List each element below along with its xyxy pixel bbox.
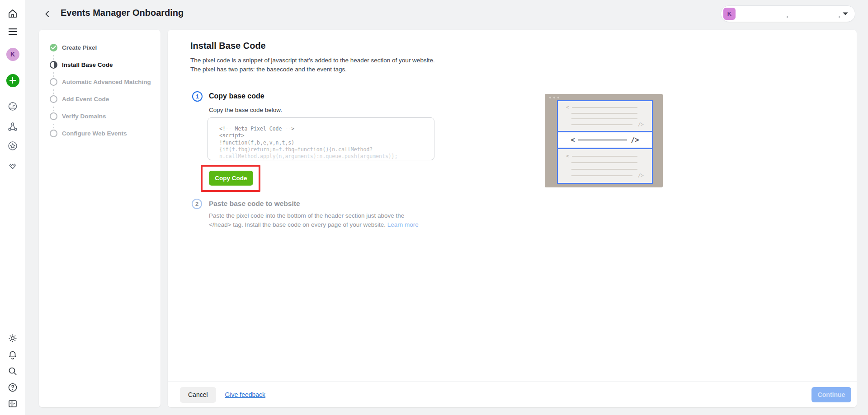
sidebar-step-install-base-code[interactable]: Install Base Code xyxy=(50,61,113,69)
notifications-bell-icon[interactable] xyxy=(5,347,21,363)
help-icon[interactable] xyxy=(5,379,21,396)
sidebar-step-configure-web-events[interactable]: Configure Web Events xyxy=(50,130,127,137)
step-label: Configure Web Events xyxy=(62,130,127,137)
search-icon[interactable] xyxy=(5,363,21,379)
sidebar-step-add-event-code[interactable]: Add Event Code xyxy=(50,95,109,103)
step-in-progress-icon xyxy=(50,61,57,69)
chevron-down-icon xyxy=(842,12,849,16)
description-line: The pixel code is a snippet of javascrip… xyxy=(190,56,435,65)
step-upcoming-icon xyxy=(50,112,57,120)
star-badge-icon[interactable] xyxy=(5,138,21,154)
step-2-description: Paste the pixel code into the bottom of … xyxy=(209,211,419,229)
mockup-page-body: < /> </> < /> xyxy=(557,100,653,184)
account-menu[interactable]: K xyxy=(721,5,855,22)
step-upcoming-icon xyxy=(50,130,57,137)
step-label: Add Event Code xyxy=(62,96,109,103)
code-line: {if(f.fbq)return;n=f.fbq=function(){n.ca… xyxy=(219,146,434,153)
back-button[interactable] xyxy=(42,8,53,20)
handshake-icon[interactable] xyxy=(5,158,21,174)
step-2-line: </head> tag. Install the base code on ev… xyxy=(209,220,419,229)
mockup-content-section: < /> xyxy=(558,149,652,183)
step-label: Automatic Advanced Matching xyxy=(62,79,151,85)
redacted-text-dot xyxy=(787,16,788,18)
code-line: <!-- Meta Pixel Code --> xyxy=(219,126,434,132)
step-1-title: Copy base code xyxy=(209,92,264,100)
step-label: Verify Domains xyxy=(62,113,106,120)
menu-icon[interactable] xyxy=(5,23,21,40)
redacted-text-dot xyxy=(839,16,840,18)
code-line: !function(f,b,e,v,n,t,s) xyxy=(219,140,434,146)
section-title: Install Base Code xyxy=(190,41,266,51)
mockup-pixel-code-row: </> xyxy=(558,132,652,148)
give-feedback-link[interactable]: Give feedback xyxy=(225,391,266,398)
step-label: Create Pixel xyxy=(62,44,97,51)
browser-mockup-illustration: < /> </> < /> xyxy=(545,94,663,187)
description-line: The pixel has two parts: the basecode an… xyxy=(190,65,435,74)
section-description: The pixel code is a snippet of javascrip… xyxy=(190,56,435,74)
expand-panel-icon[interactable] xyxy=(5,396,21,412)
continue-button[interactable]: Continue xyxy=(811,387,851,402)
onboarding-steps-sidebar: Create Pixel Install Base Code Automatic… xyxy=(39,30,160,407)
code-line: n.callMethod.apply(n,arguments):n.queue.… xyxy=(219,153,434,160)
base-code-snippet-box[interactable]: <!-- Meta Pixel Code --> <script> !funct… xyxy=(208,117,434,160)
step-label: Install Base Code xyxy=(62,61,113,68)
step-2-line: Paste the pixel code into the bottom of … xyxy=(209,211,419,220)
copy-code-button[interactable]: Copy Code xyxy=(209,171,253,186)
learn-more-link[interactable]: Learn more xyxy=(387,221,419,228)
events-nodes-icon[interactable] xyxy=(5,119,21,135)
avatar: K xyxy=(6,48,19,61)
footer-action-bar: Cancel Give feedback Continue xyxy=(168,382,857,407)
step-upcoming-icon xyxy=(50,78,57,86)
home-icon[interactable] xyxy=(5,5,21,22)
account-avatar: K xyxy=(723,8,736,20)
plus-icon xyxy=(6,74,19,87)
code-line: <script> xyxy=(219,132,434,139)
sidebar-step-create-pixel[interactable]: Create Pixel xyxy=(50,44,97,51)
mockup-header-section: < /> xyxy=(558,101,652,131)
step-upcoming-icon xyxy=(50,95,57,103)
step-done-check-icon xyxy=(50,44,57,51)
page-title: Events Manager Onboarding xyxy=(61,8,184,18)
window-dots-icon xyxy=(549,97,559,98)
step-1-subtitle: Copy the base code below. xyxy=(209,107,282,113)
left-nav-rail: K xyxy=(0,0,25,415)
step-2-number-badge: 2 xyxy=(192,199,202,209)
sidebar-step-automatic-advanced-matching[interactable]: Automatic Advanced Matching xyxy=(50,78,151,86)
step-2-title: Paste base code to website xyxy=(209,200,300,208)
gauge-icon[interactable] xyxy=(5,98,21,115)
cancel-button[interactable]: Cancel xyxy=(180,387,216,403)
create-plus-icon[interactable] xyxy=(5,72,21,89)
step-1-number-badge: 1 xyxy=(192,91,203,102)
settings-gear-icon[interactable] xyxy=(5,330,21,346)
rail-account-avatar[interactable]: K xyxy=(5,46,21,62)
install-base-code-panel: Install Base Code The pixel code is a sn… xyxy=(168,30,857,407)
sidebar-step-verify-domains[interactable]: Verify Domains xyxy=(50,112,106,120)
